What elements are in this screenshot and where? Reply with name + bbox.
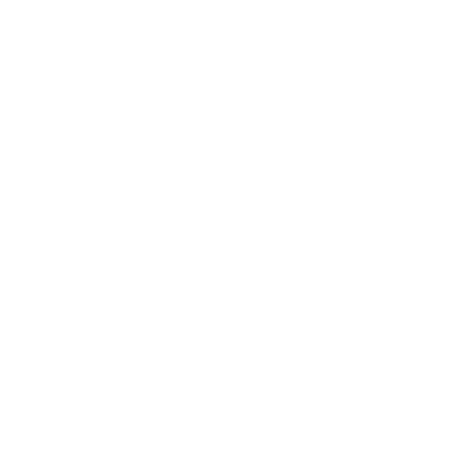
chart-svg [0,0,476,476]
bottleneck-chart [0,0,476,476]
